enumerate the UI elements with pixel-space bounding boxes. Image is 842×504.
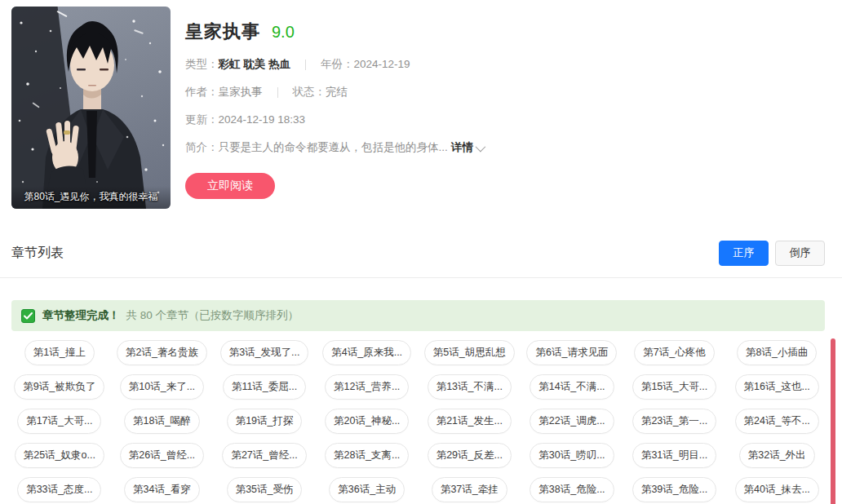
- chapter-button[interactable]: 第35话_受伤: [227, 477, 303, 502]
- scrollbar-thumb[interactable]: [831, 338, 835, 504]
- chapter-button[interactable]: 第34话_看穿: [124, 477, 200, 502]
- chapter-notice-banner: 章节整理完成！ 共 80 个章节（已按数字顺序排列）: [11, 300, 825, 331]
- chapter-button[interactable]: 第17话_大哥...: [17, 409, 101, 434]
- chapter-button[interactable]: 第27话_曾经...: [222, 443, 306, 468]
- update-label: 更新：: [185, 113, 219, 127]
- chapter-button[interactable]: 第15话_大哥...: [632, 374, 716, 400]
- type-label: 类型：: [185, 57, 219, 72]
- chapter-button[interactable]: 第13话_不满...: [428, 374, 512, 400]
- detail-expand-link[interactable]: 详情: [451, 140, 483, 155]
- chapter-button[interactable]: 第2话_著名贵族: [117, 340, 207, 365]
- detail-link-text: 详情: [451, 140, 473, 155]
- author-label: 作者：: [185, 85, 219, 99]
- chapter-section-title: 章节列表: [11, 245, 64, 262]
- read-now-button[interactable]: 立即阅读: [185, 173, 275, 199]
- chapter-button[interactable]: 第40话_抹去...: [735, 477, 819, 502]
- meta-row-author-status: 作者： 皇家执事 状态： 完结: [185, 85, 756, 99]
- chapter-button[interactable]: 第28话_支离...: [325, 443, 409, 468]
- chapter-button[interactable]: 第31话_明目...: [632, 443, 716, 468]
- chapter-button[interactable]: 第10话_来了...: [120, 374, 204, 400]
- chapter-button[interactable]: 第29话_反差...: [428, 443, 512, 468]
- status-value: 完结: [326, 85, 348, 99]
- chapter-button[interactable]: 第24话_等不...: [735, 409, 819, 434]
- chapter-button[interactable]: 第14话_不满...: [530, 374, 614, 400]
- chapter-button[interactable]: 第38话_危险...: [530, 477, 614, 502]
- chapter-button[interactable]: 第39话_危险...: [632, 477, 716, 502]
- meta-row-type-year: 类型： 彩虹 耽美 热血 年份： 2024-12-19: [185, 57, 756, 72]
- manga-detail-page: 第80话_遇见你，我真的很幸福 皇家执事 9.0 类型： 彩虹 耽美 热血 年份…: [0, 0, 842, 504]
- chapter-button[interactable]: 第8话_小插曲: [737, 340, 817, 365]
- chapter-button[interactable]: 第3话_发现了...: [220, 340, 309, 365]
- check-icon: [21, 309, 35, 323]
- chapter-button[interactable]: 第20话_神秘...: [325, 409, 409, 434]
- meta-row-intro: 简介： 只要是主人的命令都要遵从，包括是他的身体... 详情: [185, 140, 756, 155]
- chapter-button[interactable]: 第25话_奴隶o...: [15, 443, 104, 468]
- type-value: 彩虹 耽美 热血: [219, 57, 291, 72]
- chapter-button[interactable]: 第23话_第一...: [632, 409, 716, 434]
- chevron-down-icon: [475, 141, 485, 152]
- chapter-button[interactable]: 第37话_牵挂: [432, 477, 507, 502]
- update-value: 2024-12-19 18:33: [219, 113, 306, 127]
- rating-score: 9.0: [272, 23, 295, 42]
- chapter-button[interactable]: 第18话_喝醉: [124, 409, 200, 434]
- chapter-button[interactable]: 第32话_外出: [739, 443, 815, 468]
- latest-chapter-caption: 第80话_遇见你，我真的很幸福: [11, 186, 171, 209]
- chapter-button[interactable]: 第33话_态度...: [17, 477, 101, 502]
- section-divider: [0, 277, 842, 278]
- chapter-button[interactable]: 第19话_打探: [227, 409, 303, 434]
- chapter-button[interactable]: 第21话_发生...: [428, 409, 512, 434]
- sort-ascending-button[interactable]: 正序: [719, 241, 769, 266]
- author-value: 皇家执事: [219, 85, 263, 99]
- notice-text: 共 80 个章节（已按数字顺序排列）: [126, 308, 299, 323]
- chapter-button[interactable]: 第30话_唠叨...: [530, 443, 614, 468]
- chapter-section-header: 章节列表 正序 倒序: [11, 240, 825, 266]
- chapter-grid: 第1话_撞上第2话_著名贵族第3话_发现了...第4话_原来我...第5话_胡思…: [11, 340, 825, 502]
- page-title: 皇家执事: [185, 20, 260, 44]
- year-value: 2024-12-19: [354, 57, 410, 72]
- cover-art-character: [11, 7, 171, 209]
- status-label: 状态：: [293, 85, 326, 99]
- chapter-button[interactable]: 第5话_胡思乱想: [424, 340, 515, 365]
- notice-title: 章节整理完成！: [42, 308, 120, 323]
- separator: [277, 87, 278, 98]
- chapter-button[interactable]: 第7话_心疼他: [634, 340, 714, 365]
- chapter-button[interactable]: 第1话_撞上: [24, 340, 95, 365]
- chapter-button[interactable]: 第16话_这也...: [735, 374, 819, 400]
- chapter-button[interactable]: 第6话_请求见面: [526, 340, 617, 365]
- separator: [305, 60, 306, 70]
- chapter-button[interactable]: 第11话_委屈...: [223, 374, 306, 400]
- chapter-button[interactable]: 第4话_原来我...: [322, 340, 411, 365]
- intro-label: 简介：: [185, 140, 219, 155]
- intro-value: 只要是主人的命令都要遵从，包括是他的身体...: [219, 140, 448, 155]
- meta-row-update: 更新： 2024-12-19 18:33: [185, 113, 756, 127]
- chapter-button[interactable]: 第12话_营养...: [325, 374, 409, 400]
- chapter-button[interactable]: 第9话_被欺负了: [14, 374, 104, 400]
- year-label: 年份：: [321, 57, 354, 72]
- chapter-button[interactable]: 第22话_调虎...: [530, 409, 614, 434]
- detail-info: 皇家执事 9.0 类型： 彩虹 耽美 热血 年份： 2024-12-19 作者：…: [185, 20, 756, 199]
- sort-button-group: 正序 倒序: [719, 241, 825, 266]
- chapter-button[interactable]: 第36话_主动: [329, 477, 405, 502]
- sort-descending-button[interactable]: 倒序: [775, 241, 825, 266]
- cover-image[interactable]: 第80话_遇见你，我真的很幸福: [11, 7, 171, 209]
- chapter-button[interactable]: 第26话_曾经...: [120, 443, 204, 468]
